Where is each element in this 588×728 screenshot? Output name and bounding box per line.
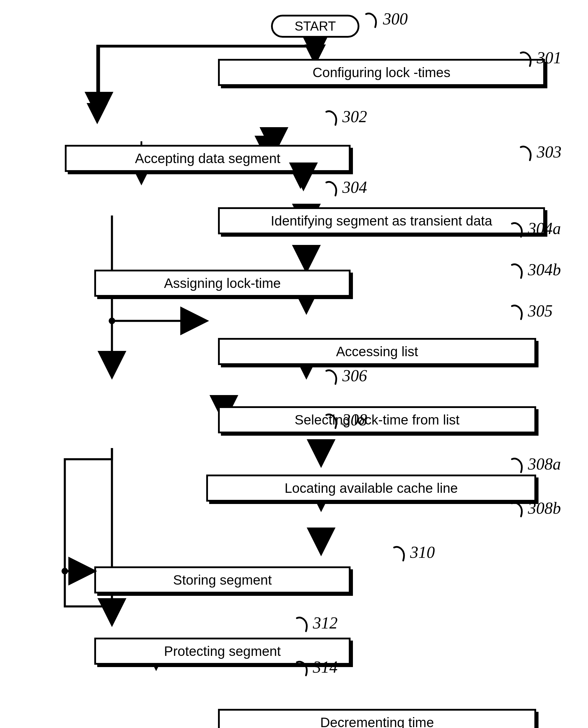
flowchart: START 300 Configuring lock -times 301 Ac… [0,0,588,728]
connector-layer-3 [0,0,588,728]
